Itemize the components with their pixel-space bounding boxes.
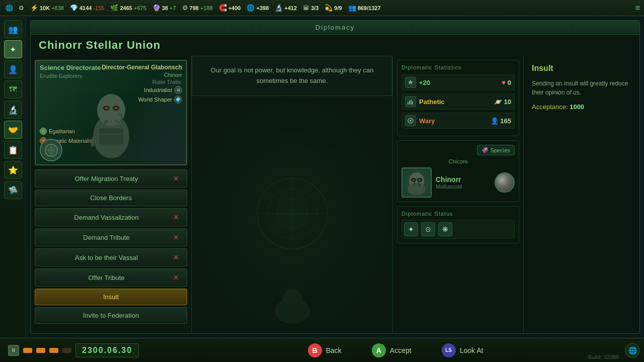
insult-acceptance: Acceptance: 1000 <box>532 103 631 111</box>
left-column: Science Directorate Erudite Explorers Di… <box>31 56 192 333</box>
unity-value: +398 <box>256 5 269 11</box>
speed-indicator-2 <box>36 348 45 353</box>
status-icons-row: ✦ ⊙ ❋ <box>401 220 515 239</box>
pop-resource: 👥 869/1327 <box>346 4 383 12</box>
offer-tribute-disabled-icon: ✕ <box>172 273 181 282</box>
svg-rect-24 <box>411 100 412 105</box>
sidebar-item-situations[interactable]: ⭐ <box>4 161 22 179</box>
sidebar-item-leaders[interactable]: 👤 <box>4 60 22 78</box>
ls-button-circle: LS <box>442 343 456 357</box>
research-resource: 🔬 +412 <box>273 4 299 12</box>
stat-right-attitude: 👤 165 <box>491 117 511 125</box>
food-income: +675 <box>134 5 146 11</box>
planet-icon: 🪐 <box>494 98 502 106</box>
stat-right-opinion: ♥ 0 <box>502 78 511 86</box>
invite-federation-button[interactable]: Invite to Federation <box>35 307 187 324</box>
bottom-left-controls: ⏸ 2300.06.30 <box>0 343 147 357</box>
svg-point-33 <box>419 179 421 181</box>
close-borders-button[interactable]: Close Borders <box>35 190 187 206</box>
sidebar-item-policies[interactable]: 📋 <box>4 141 22 159</box>
portrait-leader-name: Director-General Glabonsch <box>102 64 182 71</box>
look-at-button[interactable]: LS Look At <box>427 343 499 357</box>
svg-rect-23 <box>409 101 410 105</box>
speed-indicator-3 <box>49 348 58 353</box>
opinion-value: +20 <box>419 79 430 86</box>
species-content: Chinorr Molluscoid <box>401 167 515 198</box>
sidebar-item-diplomacy[interactable]: 🤝 <box>4 121 22 139</box>
offer-migration-label: Offer Migration Treaty <box>41 175 172 183</box>
look-at-label: Look At <box>460 346 484 354</box>
a-button-label: A <box>376 346 381 354</box>
portrait-empire-ref: Chinorr <box>164 72 182 78</box>
hamburger-icon[interactable]: ≡ <box>635 4 640 13</box>
stat-row-opinion: +20 ♥ 0 <box>401 74 515 90</box>
sidebar-item-population[interactable]: 👥 <box>4 20 22 38</box>
unity-resource: 🌐 +398 <box>245 4 271 12</box>
energy-income: +838 <box>51 5 64 11</box>
diplomacy-panel: Diplomacy Chinorr Stellar Union Science … <box>30 20 640 334</box>
species-type: Molluscoid <box>436 184 491 190</box>
demand-vassalization-button[interactable]: Demand Vassalization ✕ <box>35 208 187 226</box>
settings-icon[interactable]: ⚙ <box>16 3 26 13</box>
b-button-circle: B <box>308 343 322 357</box>
attitude-right-val: 165 <box>500 117 511 125</box>
species-button[interactable]: 🦑 Species <box>477 145 515 155</box>
center-column: Our goal is not power, but knowledge, al… <box>192 56 393 333</box>
svg-point-27 <box>410 120 412 122</box>
accept-button[interactable]: A Accept <box>357 343 427 357</box>
sidebar-item-research[interactable]: 🔬 <box>4 101 22 119</box>
starbase-icon: 🏛 <box>303 4 309 12</box>
sidebar-item-fleet[interactable]: 🛸 <box>4 181 22 199</box>
cg-value: +400 <box>228 5 241 11</box>
envoys-icon: 💫 <box>325 4 333 12</box>
sidebar-item-map[interactable]: 🗺 <box>4 80 22 99</box>
influence-income: +7 <box>170 5 176 11</box>
heart-icon: ♥ <box>502 78 506 86</box>
ask-vassal-label: Ask to be their Vassal <box>41 254 172 261</box>
species-planet <box>495 172 515 193</box>
person-icon: 👤 <box>491 117 499 125</box>
industrialist-icon: ⚙ <box>174 86 182 94</box>
chicora-label: Chicora <box>401 158 515 164</box>
sidebar-item-expansion[interactable]: ✦ <box>4 40 22 58</box>
quote-text: Our goal is not power, but knowledge, al… <box>202 65 382 86</box>
species-btn-label: Species <box>491 147 510 153</box>
date-display: 2300.06.30 <box>75 343 139 357</box>
demand-tribute-button[interactable]: Demand Tribute ✕ <box>35 228 187 246</box>
insult-button[interactable]: Insult <box>35 289 187 305</box>
offer-tribute-label: Offer Tribute <box>41 274 172 282</box>
offer-migration-button[interactable]: Offer Migration Treaty ✕ <box>35 169 187 188</box>
portrait-ethic-label: Erudite Explorers <box>40 73 82 79</box>
ask-vassal-button[interactable]: Ask to be their Vassal ✕ <box>35 248 187 266</box>
panel-tab: Diplomacy <box>31 21 639 35</box>
alloys-resource: ⚙ 798 +188 <box>180 4 215 12</box>
bg-symbols <box>267 286 317 328</box>
empire-insignia <box>40 139 62 161</box>
energy-value: 10K <box>40 5 50 11</box>
bottom-right-icon[interactable]: 🌐 <box>625 343 640 358</box>
pause-button[interactable]: ⏸ <box>8 345 19 356</box>
influence-resource: 🔮 38 +7 <box>150 4 178 12</box>
insult-panel: Insult Sending an insult will greatly re… <box>524 56 639 333</box>
acceptance-value: 1000 <box>570 103 584 111</box>
speed-indicator-4 <box>62 348 71 353</box>
food-value: 2465 <box>120 5 132 11</box>
minerals-resource: 💎 4144 -155 <box>68 4 107 12</box>
demand-tribute-disabled-icon: ✕ <box>172 233 181 242</box>
worldshaper-icon: 🌍 <box>174 96 182 104</box>
egalitarian-icon: ⚖ <box>40 128 47 135</box>
offer-tribute-button[interactable]: Offer Tribute ✕ <box>35 268 187 287</box>
species-box: 🦑 Species Chicora <box>397 140 519 202</box>
offer-migration-disabled-icon: ✕ <box>172 174 181 183</box>
species-info: Chinorr Molluscoid <box>436 175 491 190</box>
invite-federation-label: Invite to Federation <box>41 312 181 319</box>
unity-icon: 🌐 <box>247 4 255 12</box>
svg-point-21 <box>282 289 302 311</box>
alloys-income: +188 <box>200 5 213 11</box>
svg-rect-7 <box>99 128 123 144</box>
back-button[interactable]: B Back <box>293 343 357 357</box>
menu-icon[interactable]: 🌐 <box>4 3 14 13</box>
svg-point-32 <box>413 179 415 181</box>
food-icon: 🌿 <box>110 4 118 12</box>
starbase-value: 3/3 <box>311 5 318 11</box>
